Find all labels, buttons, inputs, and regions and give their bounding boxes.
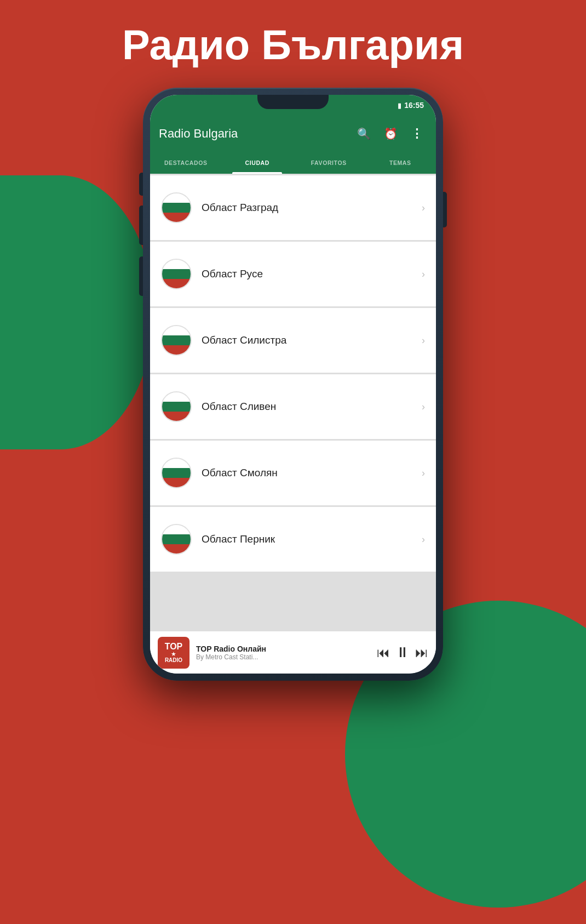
player-logo: TOP ★ RADIO bbox=[158, 637, 189, 669]
bulgaria-flag-icon bbox=[161, 391, 192, 422]
item-name: Област Сливен bbox=[202, 401, 422, 413]
list-item[interactable]: Област Русе › bbox=[150, 242, 436, 306]
tabs-bar: DESTACADOS CIUDAD FAVORITOS TEMAS bbox=[150, 152, 436, 174]
mute-button bbox=[139, 256, 143, 296]
item-name: Област Перник bbox=[202, 533, 422, 545]
player-controls: ⏮ ⏸ ⏭ bbox=[377, 644, 428, 661]
more-icon[interactable]: ⋮ bbox=[406, 122, 427, 145]
tab-temas[interactable]: TEMAS bbox=[365, 152, 436, 174]
item-name: Област Силистра bbox=[202, 334, 422, 346]
page-title: Радио България bbox=[0, 21, 586, 69]
chevron-right-icon: › bbox=[422, 335, 425, 346]
player-subtitle: By Metro Cast Stati... bbox=[196, 653, 370, 661]
player-logo-text: TOP bbox=[165, 642, 183, 652]
list-item[interactable]: Област Смолян › bbox=[150, 441, 436, 505]
list-item[interactable]: Област Разград › bbox=[150, 175, 436, 240]
item-name: Област Смолян bbox=[202, 467, 422, 479]
player-prev-button[interactable]: ⏮ bbox=[377, 645, 390, 660]
item-name: Област Русе bbox=[202, 268, 422, 280]
bulgaria-flag-icon bbox=[161, 458, 192, 488]
player-star: ★ bbox=[171, 651, 176, 657]
chevron-right-icon: › bbox=[422, 269, 425, 280]
list-container: Област Разград › Област Русе › bbox=[150, 174, 436, 631]
phone-wrapper: ▮ 16:55 Radio Bulgaria 🔍 ⏰ ⋮ DESTACADOS … bbox=[143, 88, 443, 681]
chevron-right-icon: › bbox=[422, 467, 425, 479]
alarm-icon[interactable]: ⏰ bbox=[380, 123, 402, 145]
status-icons: ▮ 16:55 bbox=[398, 101, 424, 110]
player-play-button[interactable]: ⏸ bbox=[395, 644, 410, 661]
bulgaria-flag-icon bbox=[161, 259, 192, 289]
app-bar: Radio Bulgaria 🔍 ⏰ ⋮ bbox=[150, 116, 436, 152]
chevron-right-icon: › bbox=[422, 202, 425, 214]
bulgaria-flag-icon bbox=[161, 524, 192, 555]
phone-inner: ▮ 16:55 Radio Bulgaria 🔍 ⏰ ⋮ DESTACADOS … bbox=[150, 95, 436, 674]
bottom-player: TOP ★ RADIO TOP Radio Онлайн By Metro Ca… bbox=[150, 631, 436, 674]
list-item[interactable]: Област Перник › bbox=[150, 507, 436, 572]
list-item[interactable]: Област Силистра › bbox=[150, 308, 436, 373]
status-time: 16:55 bbox=[404, 101, 424, 110]
volume-up-button bbox=[139, 173, 143, 196]
player-logo-subtext: RADIO bbox=[165, 657, 182, 663]
app-title: Radio Bulgaria bbox=[159, 127, 348, 141]
tab-destacados[interactable]: DESTACADOS bbox=[150, 152, 222, 174]
power-button bbox=[443, 192, 447, 227]
chevron-right-icon: › bbox=[422, 534, 425, 545]
tab-favoritos[interactable]: FAVORITOS bbox=[293, 152, 365, 174]
phone-notch bbox=[257, 95, 329, 109]
tab-ciudad[interactable]: CIUDAD bbox=[222, 152, 294, 174]
player-next-button[interactable]: ⏭ bbox=[415, 645, 428, 660]
item-name: Област Разград bbox=[202, 202, 422, 214]
list-item[interactable]: Област Сливен › bbox=[150, 374, 436, 439]
bulgaria-flag-icon bbox=[161, 325, 192, 356]
phone-outer: ▮ 16:55 Radio Bulgaria 🔍 ⏰ ⋮ DESTACADOS … bbox=[143, 88, 443, 681]
battery-icon: ▮ bbox=[398, 101, 401, 110]
search-icon[interactable]: 🔍 bbox=[353, 123, 375, 145]
player-title: TOP Radio Онлайн bbox=[196, 644, 370, 653]
chevron-right-icon: › bbox=[422, 401, 425, 413]
volume-down-button bbox=[139, 206, 143, 245]
player-info: TOP Radio Онлайн By Metro Cast Stati... bbox=[196, 644, 370, 661]
bulgaria-flag-icon bbox=[161, 192, 192, 223]
